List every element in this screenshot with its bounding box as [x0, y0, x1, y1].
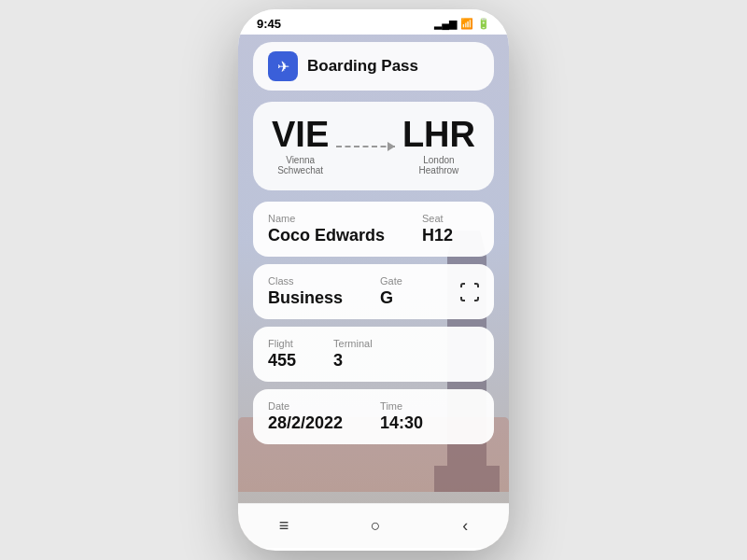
- date-label: Date: [268, 400, 343, 412]
- airport-origin: VIE Vienna Schwechat: [272, 117, 329, 175]
- header-title: Boarding Pass: [307, 57, 418, 76]
- class-value: Business: [268, 288, 343, 308]
- nav-bar: ≡ ○ ‹: [238, 503, 509, 548]
- destination-code: LHR: [402, 117, 475, 152]
- info-cards: Name Coco Edwards Seat H12 Class: [253, 202, 494, 444]
- home-icon[interactable]: ○: [371, 516, 381, 536]
- route-card: VIE Vienna Schwechat LHR London Heathrow: [253, 102, 494, 190]
- origin-name: Vienna Schwechat: [272, 155, 329, 175]
- time-label: Time: [380, 400, 423, 412]
- class-gate-card: Class Business Gate G: [253, 264, 494, 319]
- name-field: Name Coco Edwards: [268, 213, 385, 245]
- status-icons: ▂▄▆ 📶 🔋: [434, 18, 490, 30]
- terminal-field: Terminal 3: [333, 338, 373, 371]
- destination-name: London Heathrow: [402, 155, 475, 175]
- scan-icon[interactable]: [457, 279, 483, 305]
- menu-icon[interactable]: ≡: [279, 516, 289, 536]
- name-value: Coco Edwards: [268, 226, 385, 245]
- date-time-row: Date 28/2/2022 Time 14:30: [268, 400, 479, 433]
- plane-symbol: ✈: [277, 58, 289, 76]
- battery-icon: 🔋: [477, 18, 490, 30]
- airport-destination: LHR London Heathrow: [402, 117, 475, 175]
- gate-label: Gate: [380, 275, 402, 287]
- origin-code: VIE: [272, 117, 329, 152]
- seat-label: Seat: [422, 213, 453, 224]
- arrow-head: [388, 142, 395, 151]
- plane-icon: ✈: [268, 51, 298, 81]
- scroll-content[interactable]: ✈ Boarding Pass VIE Vienna Schwechat: [238, 35, 509, 548]
- header-card: ✈ Boarding Pass: [253, 42, 494, 91]
- name-seat-card: Name Coco Edwards Seat H12: [253, 202, 494, 257]
- name-seat-row: Name Coco Edwards Seat H12: [268, 213, 479, 245]
- name-label: Name: [268, 213, 385, 224]
- time-field: Time 14:30: [380, 400, 423, 433]
- signal-icon: ▂▄▆: [434, 18, 457, 30]
- phone-frame: 9:45 ▂▄▆ 📶 🔋 ✈ Boarding Pass VIE: [238, 9, 509, 551]
- class-label: Class: [268, 275, 343, 287]
- date-time-card: Date 28/2/2022 Time 14:30: [253, 389, 494, 444]
- wifi-icon: 📶: [460, 18, 473, 30]
- status-bar: 9:45 ▂▄▆ 📶 🔋: [238, 9, 509, 35]
- flight-value: 455: [268, 351, 296, 371]
- terminal-value: 3: [333, 351, 373, 371]
- status-time: 9:45: [257, 17, 281, 31]
- seat-value: H12: [422, 226, 453, 245]
- flight-terminal-row: Flight 455 Terminal 3: [268, 338, 479, 371]
- date-field: Date 28/2/2022: [268, 400, 343, 433]
- gate-value: G: [380, 288, 402, 308]
- seat-field: Seat H12: [422, 213, 453, 245]
- flight-field: Flight 455: [268, 338, 296, 371]
- phone-content: ✈ Boarding Pass VIE Vienna Schwechat: [238, 35, 509, 548]
- terminal-label: Terminal: [333, 338, 373, 349]
- class-gate-row: Class Business Gate G: [268, 275, 479, 308]
- flight-terminal-card: Flight 455 Terminal 3: [253, 327, 494, 382]
- time-value: 14:30: [380, 413, 423, 433]
- flight-label: Flight: [268, 338, 296, 349]
- gate-field: Gate G: [380, 275, 402, 308]
- date-value: 28/2/2022: [268, 413, 343, 433]
- dashed-line: [336, 146, 395, 147]
- class-field: Class Business: [268, 275, 343, 308]
- back-icon[interactable]: ‹: [462, 516, 468, 536]
